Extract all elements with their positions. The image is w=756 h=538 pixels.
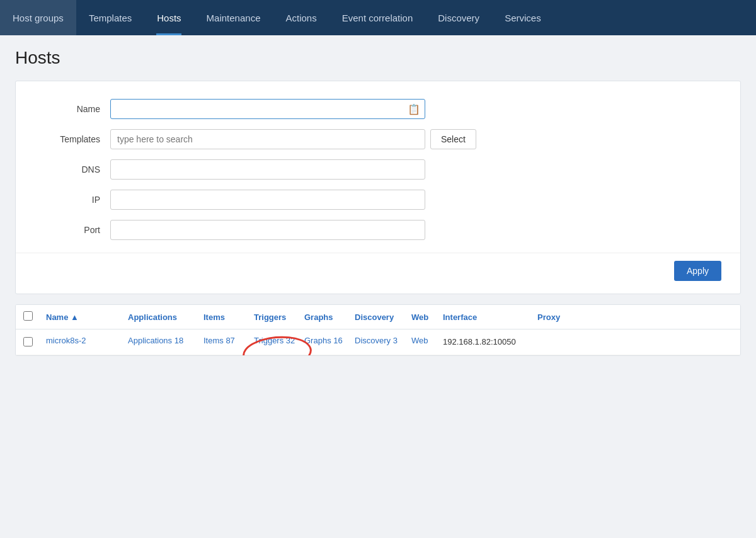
- ip-label: IP: [35, 195, 110, 205]
- interface-value: 192.168.1.82:10050: [443, 337, 516, 346]
- nav-host-groups[interactable]: Host groups: [0, 0, 76, 35]
- th-web[interactable]: Web: [408, 312, 439, 322]
- nav-templates[interactable]: Templates: [76, 0, 144, 35]
- hosts-table: Name ▲ Applications Items Triggers Graph…: [15, 304, 741, 356]
- filter-panel: Name 📋 Templates Select DNS IP Port: [15, 81, 741, 294]
- td-name: microk8s-2: [42, 336, 124, 345]
- filter-actions: Apply: [16, 253, 740, 281]
- templates-row: Select: [110, 129, 476, 149]
- ip-input[interactable]: [110, 190, 425, 210]
- th-discovery[interactable]: Discovery: [351, 312, 408, 322]
- templates-label: Templates: [35, 134, 110, 144]
- filter-row-port: Port: [16, 215, 740, 245]
- top-nav: Host groups Templates Hosts Maintenance …: [0, 0, 756, 35]
- td-interface: 192.168.1.82:10050: [439, 336, 534, 348]
- templates-search-input[interactable]: [110, 129, 425, 149]
- nav-actions[interactable]: Actions: [273, 0, 329, 35]
- page-content: Hosts Name 📋 Templates Select DNS IP: [0, 35, 756, 369]
- td-applications: Applications 18: [124, 336, 200, 345]
- nav-discovery[interactable]: Discovery: [425, 0, 492, 35]
- filter-row-ip: IP: [16, 185, 740, 215]
- items-link[interactable]: Items 87: [203, 336, 235, 345]
- graphs-link[interactable]: Graphs 16: [304, 336, 343, 345]
- name-input-wrapper: 📋: [110, 99, 425, 119]
- td-discovery: Discovery 3: [351, 336, 408, 345]
- dns-label: DNS: [35, 164, 110, 175]
- th-graphs[interactable]: Graphs: [301, 312, 351, 322]
- th-proxy[interactable]: Proxy: [534, 312, 584, 322]
- th-interface[interactable]: Interface: [439, 312, 534, 322]
- td-items: Items 87: [200, 336, 250, 345]
- header-checkbox-wrapper: [23, 311, 42, 323]
- table-row: microk8s-2 Applications 18 Items 87 Trig…: [16, 329, 740, 355]
- select-all-checkbox[interactable]: [23, 311, 33, 321]
- discovery-link[interactable]: Discovery 3: [355, 336, 398, 345]
- apply-button[interactable]: Apply: [674, 261, 721, 281]
- select-button[interactable]: Select: [430, 129, 476, 149]
- name-label: Name: [35, 104, 110, 114]
- td-triggers: Triggers 32: [250, 336, 301, 345]
- filter-row-dns: DNS: [16, 154, 740, 185]
- name-input[interactable]: [110, 99, 425, 119]
- th-items[interactable]: Items: [200, 312, 250, 322]
- row-checkbox[interactable]: [23, 337, 33, 346]
- web-link[interactable]: Web: [411, 336, 428, 345]
- th-triggers[interactable]: Triggers: [250, 312, 301, 322]
- nav-event-correlation[interactable]: Event correlation: [329, 0, 426, 35]
- nav-hosts[interactable]: Hosts: [144, 0, 193, 35]
- table-header: Name ▲ Applications Items Triggers Graph…: [16, 305, 740, 329]
- filter-row-templates: Templates Select: [16, 124, 740, 154]
- host-name-link[interactable]: microk8s-2: [46, 336, 86, 345]
- port-label: Port: [35, 225, 110, 235]
- th-name[interactable]: Name ▲: [42, 312, 124, 322]
- row-checkbox-wrapper: [23, 336, 42, 348]
- td-web: Web: [408, 336, 439, 345]
- applications-link[interactable]: Applications 18: [128, 336, 183, 345]
- td-graphs: Graphs 16: [301, 336, 351, 345]
- th-applications[interactable]: Applications: [124, 312, 200, 322]
- dns-input[interactable]: [110, 159, 425, 180]
- nav-services[interactable]: Services: [492, 0, 554, 35]
- port-input[interactable]: [110, 220, 425, 240]
- nav-maintenance[interactable]: Maintenance: [194, 0, 273, 35]
- triggers-link[interactable]: Triggers 32: [254, 336, 295, 345]
- filter-row-name: Name 📋: [16, 94, 740, 124]
- page-title: Hosts: [15, 48, 741, 68]
